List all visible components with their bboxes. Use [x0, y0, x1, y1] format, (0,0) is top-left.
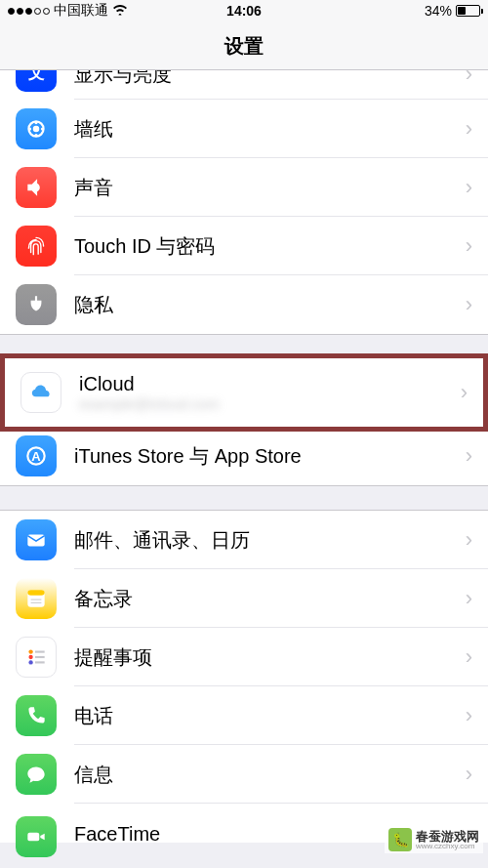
chevron-right-icon: ›: [466, 703, 472, 728]
chevron-right-icon: ›: [466, 175, 472, 200]
chevron-right-icon: ›: [466, 527, 472, 553]
privacy-icon: [16, 284, 57, 325]
row-label: Touch ID 与密码: [74, 233, 466, 260]
row-wallpaper[interactable]: 墙纸 ›: [0, 100, 488, 158]
watermark: 🐛 春蚕游戏网 www.czchxy.com: [385, 826, 483, 853]
chevron-right-icon: ›: [466, 443, 472, 469]
watermark-url: www.czchxy.com: [416, 843, 479, 850]
sound-icon: [16, 167, 57, 208]
watermark-title: 春蚕游戏网: [416, 830, 479, 843]
status-left: 中国联通: [8, 2, 128, 20]
svg-rect-11: [27, 590, 44, 595]
chevron-right-icon: ›: [461, 380, 468, 405]
row-phone[interactable]: 电话 ›: [0, 686, 488, 745]
carrier-label: 中国联通: [54, 2, 108, 20]
row-label: 墙纸: [74, 116, 466, 143]
status-bar: 中国联通 14:06 34%: [0, 0, 488, 21]
svg-point-14: [28, 649, 32, 653]
chevron-right-icon: ›: [466, 70, 472, 87]
row-itunes-appstore[interactable]: A iTunes Store 与 App Store ›: [0, 427, 488, 485]
svg-point-2: [33, 126, 40, 133]
row-subtitle: example@icloud.com: [79, 395, 461, 412]
row-label: 信息: [74, 762, 466, 788]
status-right: 34%: [425, 3, 480, 19]
svg-point-15: [28, 655, 32, 659]
row-icloud[interactable]: iCloud example@icloud.com ›: [5, 358, 483, 427]
chevron-right-icon: ›: [466, 292, 472, 317]
chevron-right-icon: ›: [466, 586, 472, 611]
row-label: 声音: [74, 175, 466, 201]
battery-icon: [456, 5, 480, 17]
messages-icon: [16, 754, 57, 795]
phone-icon: [16, 695, 57, 736]
row-notes[interactable]: 备忘录 ›: [0, 569, 488, 628]
settings-list[interactable]: 文 显示与亮度 › 墙纸 › 声音 › Touch ID 与密码 ›: [0, 70, 488, 860]
row-sounds[interactable]: 声音 ›: [0, 158, 488, 217]
chevron-right-icon: ›: [466, 233, 472, 259]
page-title: 设置: [0, 21, 488, 70]
facetime-icon: [16, 816, 57, 857]
chevron-right-icon: ›: [466, 762, 472, 787]
svg-point-3: [34, 121, 37, 124]
settings-group-general: 文 显示与亮度 › 墙纸 › 声音 › Touch ID 与密码 ›: [0, 70, 488, 335]
wifi-icon: [112, 3, 128, 19]
signal-strength-icon: [8, 8, 50, 15]
svg-point-5: [28, 127, 31, 130]
row-privacy[interactable]: 隐私 ›: [0, 275, 488, 334]
row-label: 显示与亮度: [74, 70, 466, 88]
reminders-icon: [16, 637, 57, 678]
battery-percentage: 34%: [425, 3, 452, 19]
row-reminders[interactable]: 提醒事项 ›: [0, 628, 488, 686]
row-display-brightness[interactable]: 文 显示与亮度 ›: [0, 70, 488, 100]
chevron-right-icon: ›: [466, 116, 472, 142]
mail-icon: [16, 519, 57, 560]
appstore-icon: A: [16, 435, 57, 476]
settings-group-apps: 邮件、通讯录、日历 › 备忘录 › 提醒事项 › 电话 ›: [0, 510, 488, 843]
row-label: iTunes Store 与 App Store: [74, 443, 466, 470]
row-label: 提醒事项: [74, 644, 466, 671]
svg-point-4: [34, 134, 37, 137]
watermark-icon: 🐛: [388, 828, 412, 851]
row-touchid[interactable]: Touch ID 与密码 ›: [0, 217, 488, 275]
display-brightness-icon: 文: [16, 70, 57, 92]
row-messages[interactable]: 信息 ›: [0, 745, 488, 804]
wallpaper-icon: [16, 108, 57, 149]
row-label: 电话: [74, 703, 466, 729]
row-label: 隐私: [74, 292, 466, 318]
chevron-right-icon: ›: [466, 644, 472, 670]
row-label: 备忘录: [74, 586, 466, 612]
highlight-annotation: iCloud example@icloud.com ›: [0, 353, 488, 432]
svg-text:文: 文: [27, 70, 45, 82]
touchid-icon: [16, 226, 57, 267]
icloud-icon: [20, 372, 61, 413]
row-label: 邮件、通讯录、日历: [74, 527, 466, 554]
svg-rect-20: [27, 833, 39, 842]
notes-icon: [16, 578, 57, 619]
row-mail[interactable]: 邮件、通讯录、日历 ›: [0, 511, 488, 569]
row-label: iCloud: [79, 373, 461, 395]
svg-text:A: A: [31, 449, 41, 464]
svg-point-6: [41, 127, 44, 130]
svg-point-16: [28, 660, 32, 664]
